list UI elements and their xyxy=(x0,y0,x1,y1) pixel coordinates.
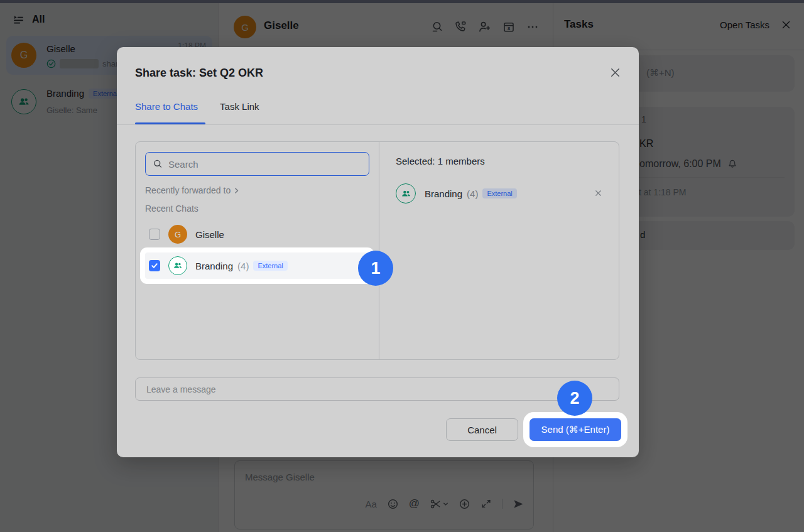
step-badge-2: 2 xyxy=(557,381,592,416)
tutorial-dim-overlay xyxy=(0,0,804,532)
chat-option-branding[interactable]: Branding (4) External xyxy=(145,252,369,279)
option-name: Branding xyxy=(195,261,233,271)
external-badge: External xyxy=(253,261,287,271)
send-button-highlight: Send (⌘+Enter) xyxy=(530,418,621,441)
send-button[interactable]: Send (⌘+Enter) xyxy=(530,418,621,441)
step-badge-1: 1 xyxy=(358,251,393,286)
member-count: (4) xyxy=(237,261,249,271)
group-avatar xyxy=(168,256,187,275)
checkbox-checked[interactable] xyxy=(149,260,160,271)
